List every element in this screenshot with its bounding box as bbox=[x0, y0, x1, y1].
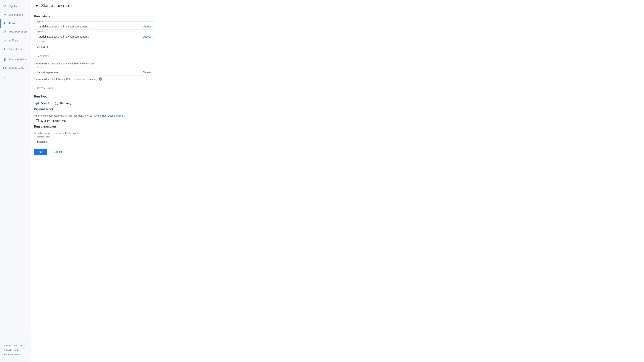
svg-point-7 bbox=[151, 58, 151, 59]
pipeline-root-description: Pipeline Root represents an artifact rep… bbox=[34, 114, 154, 117]
section-title-run-details: Run details bbox=[34, 15, 154, 18]
sidebar-footer: Cluster name: kfp-v2 Version: 2.0.0 Repo… bbox=[0, 342, 31, 360]
svg-point-5 bbox=[5, 40, 6, 41]
experiments-icon bbox=[3, 13, 6, 16]
form-content: Run details Pipeline * Choose Pipeline V… bbox=[32, 12, 156, 162]
artifacts-icon bbox=[3, 39, 6, 42]
svg-point-2 bbox=[4, 7, 5, 8]
section-title-run-parameters: Run parameters bbox=[34, 125, 154, 128]
radio-one-off[interactable]: One-off bbox=[36, 102, 49, 105]
executions-icon bbox=[3, 48, 6, 51]
pipelines-icon bbox=[3, 4, 6, 8]
github-icon bbox=[3, 66, 6, 70]
cluster-name-link[interactable]: kfp-v2 bbox=[19, 344, 25, 347]
recurring-runs-icon bbox=[3, 30, 6, 34]
sidebar-item-label: Documentation bbox=[9, 58, 26, 61]
radio-one-off-label: One-off bbox=[41, 102, 49, 105]
svg-point-8 bbox=[151, 59, 151, 59]
svg-point-4 bbox=[4, 40, 4, 40]
sidebar: Pipelines Experiments Runs Recurring Run… bbox=[0, 0, 32, 362]
service-account-helper-text: This run will use the following Kubernet… bbox=[34, 77, 154, 81]
cluster-name-label: Cluster name: bbox=[4, 344, 19, 347]
experiment-choose-button[interactable]: Choose bbox=[141, 71, 152, 74]
sidebar-item-label: Artifacts bbox=[9, 39, 18, 42]
version-link[interactable]: 2.0.0 bbox=[13, 349, 18, 351]
radio-circle-icon bbox=[36, 102, 39, 105]
custom-pipeline-root-label: Custom Pipeline Root bbox=[41, 119, 66, 122]
service-account-input[interactable] bbox=[36, 86, 152, 89]
run-name-field-label: Run name * bbox=[36, 41, 47, 43]
run-param-message-label: message - string bbox=[36, 136, 51, 138]
section-title-pipeline-root: Pipeline Root bbox=[34, 108, 154, 111]
svg-point-0 bbox=[4, 5, 4, 6]
experiment-field-label: Experiment * bbox=[36, 66, 48, 68]
sidebar-item-label: Recurring Runs bbox=[9, 30, 27, 34]
run-parameters-description: Specify parameters required by the pipel… bbox=[34, 132, 154, 134]
section-title-run-type: Run Type bbox=[34, 95, 154, 98]
pipeline-field[interactable]: Pipeline * Choose bbox=[34, 22, 154, 30]
pipeline-version-field-label: Pipeline Version * bbox=[36, 31, 52, 33]
svg-point-1 bbox=[5, 5, 6, 6]
external-link-icon bbox=[25, 67, 27, 69]
run-param-message-input[interactable] bbox=[36, 140, 152, 143]
pipeline-root-doc-link[interactable]: Pipeline Root Documentation bbox=[93, 114, 124, 117]
pipeline-choose-button[interactable]: Choose bbox=[141, 25, 152, 28]
sidebar-item-recurring-runs[interactable]: Recurring Runs bbox=[0, 28, 31, 36]
external-link-icon bbox=[28, 58, 28, 60]
pipeline-input[interactable] bbox=[36, 25, 141, 28]
sidebar-item-label: Runs bbox=[9, 22, 15, 25]
main-content: Start a new run Run details Pipeline * C… bbox=[32, 0, 644, 362]
cancel-button[interactable]: Cancel bbox=[50, 149, 66, 155]
run-type-radio-group: One-off Recurring bbox=[34, 102, 154, 105]
experiment-field[interactable]: Experiment * Choose bbox=[34, 67, 154, 76]
description-input[interactable] bbox=[36, 54, 152, 58]
experiment-input[interactable] bbox=[36, 71, 141, 74]
service-account-field[interactable] bbox=[34, 83, 154, 92]
radio-recurring-label: Recurring bbox=[60, 102, 72, 105]
service-account-helper-label: This run will use the following Kubernet… bbox=[34, 78, 97, 80]
sidebar-item-executions[interactable]: Executions bbox=[0, 45, 31, 54]
radio-recurring[interactable]: Recurring bbox=[55, 102, 72, 105]
sidebar-divider bbox=[2, 73, 28, 73]
sidebar-item-pipelines[interactable]: Pipelines bbox=[0, 2, 31, 10]
sidebar-item-label: Experiments bbox=[9, 13, 24, 16]
page-header: Start a new run bbox=[32, 0, 644, 12]
pipeline-root-desc-suffix: . bbox=[124, 114, 125, 117]
pipeline-field-label: Pipeline * bbox=[36, 20, 45, 22]
start-button[interactable]: Start bbox=[34, 149, 47, 155]
sidebar-item-artifacts[interactable]: Artifacts bbox=[0, 36, 31, 45]
custom-pipeline-root-checkbox[interactable] bbox=[36, 119, 39, 122]
description-field[interactable] bbox=[34, 52, 154, 60]
back-button[interactable] bbox=[34, 2, 40, 8]
sidebar-item-label: Executions bbox=[9, 48, 22, 50]
documentation-icon bbox=[3, 58, 6, 61]
report-issue-link[interactable]: Report an Issue bbox=[4, 353, 20, 356]
run-name-input[interactable] bbox=[36, 45, 152, 48]
runs-icon bbox=[3, 22, 6, 25]
version-label: Version: bbox=[4, 349, 13, 351]
resize-handle-icon[interactable] bbox=[151, 58, 152, 60]
button-row: Start Cancel bbox=[34, 149, 154, 155]
custom-pipeline-root-row[interactable]: Custom Pipeline Root bbox=[34, 119, 154, 122]
radio-circle-icon bbox=[55, 102, 58, 105]
arrow-left-icon bbox=[35, 4, 39, 8]
run-param-message-field[interactable]: message - string bbox=[34, 137, 154, 145]
sidebar-item-experiments[interactable]: Experiments bbox=[0, 10, 31, 19]
help-icon[interactable]: ? bbox=[99, 77, 102, 81]
sidebar-item-label: Pipelines bbox=[9, 5, 20, 8]
sidebar-item-documentation[interactable]: Documentation bbox=[0, 55, 31, 64]
svg-point-9 bbox=[151, 60, 151, 60]
sidebar-item-runs[interactable]: Runs bbox=[0, 19, 31, 28]
pipeline-version-input[interactable] bbox=[36, 35, 141, 38]
run-name-field[interactable]: Run name * bbox=[34, 42, 154, 50]
sidebar-collapse-button[interactable] bbox=[0, 74, 31, 81]
pipeline-version-choose-button[interactable]: Choose bbox=[141, 35, 152, 38]
experiment-helper-text: This run will be associated with the fol… bbox=[34, 62, 154, 65]
pipeline-version-field[interactable]: Pipeline Version * Choose bbox=[34, 32, 154, 40]
pipeline-root-desc-prefix: Pipeline Root represents an artifact rep… bbox=[34, 114, 93, 117]
sidebar-item-label: Github Repo bbox=[9, 66, 24, 70]
page-title: Start a new run bbox=[41, 3, 69, 8]
sidebar-item-github-repo[interactable]: Github Repo bbox=[0, 64, 31, 72]
svg-point-6 bbox=[4, 41, 4, 42]
